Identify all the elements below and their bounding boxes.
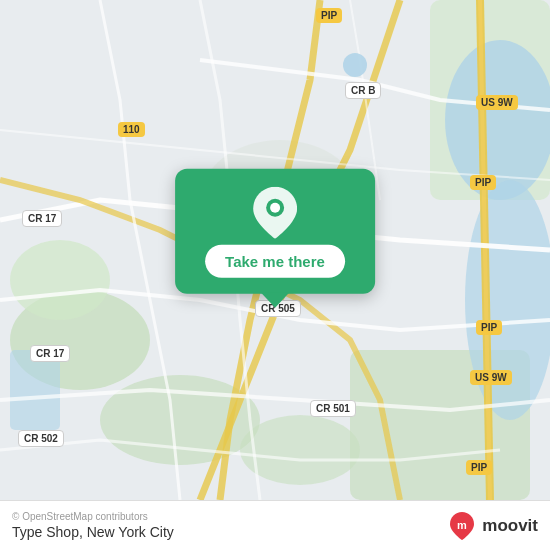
- road-label-cr501: CR 501: [310, 400, 356, 417]
- location-label: Type Shop, New York City: [12, 524, 174, 540]
- moovit-icon: m: [446, 510, 478, 542]
- moovit-logo: m moovit: [446, 510, 538, 542]
- map-attribution: © OpenStreetMap contributors: [12, 511, 174, 522]
- road-label-pip-lower: PIP: [476, 320, 502, 335]
- road-label-us9w-lower: US 9W: [470, 370, 512, 385]
- road-label-us9w-top: US 9W: [476, 95, 518, 110]
- road-label-cr17-lower: CR 17: [30, 345, 70, 362]
- svg-point-11: [343, 53, 367, 77]
- road-label-110: 110: [118, 122, 145, 137]
- svg-point-2: [10, 240, 110, 320]
- road-label-pip-mid: PIP: [470, 175, 496, 190]
- road-label-pip-top: PIP: [316, 8, 342, 23]
- map-container[interactable]: PIPCR BUS 9W110PIPCR 17CR 505PIPCR 17US …: [0, 0, 550, 500]
- bottom-bar: © OpenStreetMap contributors Type Shop, …: [0, 500, 550, 550]
- svg-rect-9: [10, 350, 60, 430]
- moovit-text: moovit: [482, 516, 538, 536]
- road-label-pip-bottom: PIP: [466, 460, 492, 475]
- road-label-crb: CR B: [345, 82, 381, 99]
- svg-point-13: [270, 203, 280, 213]
- svg-text:m: m: [457, 519, 467, 531]
- popup-card: Take me there: [175, 169, 375, 294]
- road-label-cr502: CR 502: [18, 430, 64, 447]
- road-label-cr17-left: CR 17: [22, 210, 62, 227]
- take-me-there-button[interactable]: Take me there: [205, 245, 345, 278]
- location-pin-icon: [251, 189, 299, 237]
